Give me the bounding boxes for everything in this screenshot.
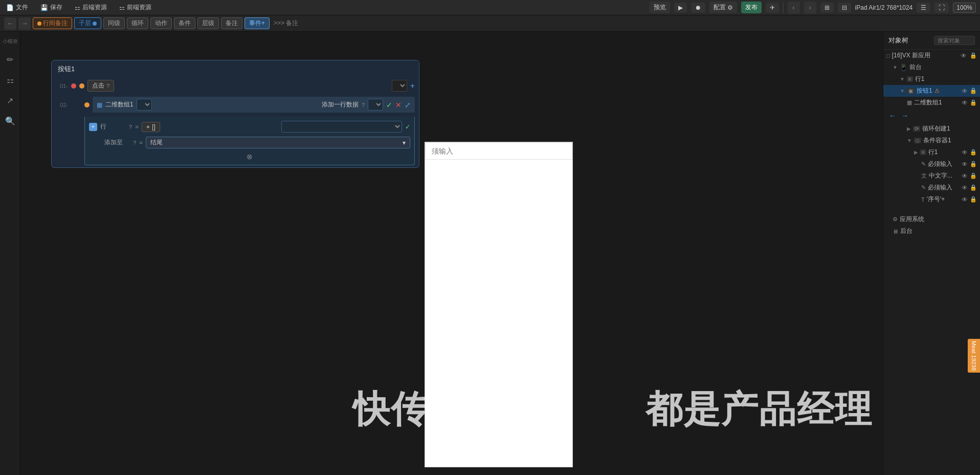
arrow-button1: ▼	[900, 88, 905, 94]
more-tags[interactable]: >>> 备注	[272, 18, 300, 29]
action-tag[interactable]: 动作	[150, 17, 172, 29]
edit-icon[interactable]: ✏	[2, 51, 18, 68]
menu-save[interactable]: 💾 保存	[38, 2, 64, 13]
back-button[interactable]: ←	[4, 17, 16, 30]
cursor-icon: ⌖	[146, 123, 150, 131]
forward-button[interactable]: →	[18, 17, 31, 30]
tree-item-input1[interactable]: ✎ 必须输入 👁 🔒	[883, 158, 980, 170]
icon-text2: T	[921, 197, 925, 203]
help-icon-01: ?	[106, 83, 109, 89]
menu-file[interactable]: 📄 文件	[4, 2, 30, 13]
equals-row: =	[135, 123, 139, 131]
tree-item-text2[interactable]: T '序号'+ 👁 🔒	[883, 193, 980, 205]
left-arrow-btn[interactable]: ←	[887, 111, 898, 121]
green-check: ✓	[386, 101, 392, 109]
layers-icon[interactable]: ⚏	[2, 72, 18, 88]
config-button[interactable]: 配置 ⚙	[709, 2, 737, 13]
arrow-row1-inner: ▶	[914, 149, 918, 155]
expand-icon[interactable]: ⤢	[405, 101, 411, 109]
publish-button[interactable]: 发布	[741, 2, 762, 13]
tree-item-button1[interactable]: ▼ ▣ 按钮1 ⚠ 👁 🔒	[883, 85, 980, 97]
click-button[interactable]: 点击 ?	[87, 80, 114, 92]
eye-icon-app[interactable]: 👁	[961, 52, 967, 59]
tree-item-app-system[interactable]: ⚙ 应用系统	[883, 213, 980, 225]
eye-icon-input1[interactable]: 👁	[962, 161, 968, 168]
addto-action: 添加至 ? = 结尾 ▾	[85, 135, 414, 150]
eye-icon-input2[interactable]: 👁	[962, 184, 968, 191]
preview-area	[425, 142, 573, 467]
tree-item-backend[interactable]: 🖥 后台	[883, 225, 980, 237]
tree-item-input2[interactable]: ✎ 必须输入 👁 🔒	[883, 182, 980, 193]
eye-icon-row1-inner[interactable]: 👁	[962, 149, 968, 156]
device-selector: iPad Air1/2 768*1024	[855, 4, 913, 11]
badge-row1-inner: ≡	[920, 149, 926, 155]
child-layer-tag[interactable]: 子层	[74, 17, 101, 29]
record-button[interactable]: ⏺	[691, 3, 705, 13]
device-settings-button[interactable]: ☰	[917, 3, 930, 13]
action-dropdown[interactable]	[368, 99, 383, 111]
right-arrow-btn[interactable]: →	[900, 111, 910, 121]
lock-icon-button1: 🔒	[970, 88, 977, 94]
row-action: + 行 ? = ⌖ [] ✓	[85, 119, 414, 135]
eye-icon-text2[interactable]: 👁	[962, 196, 968, 203]
nav-prev-button[interactable]: ‹	[788, 2, 800, 14]
row-value-tag[interactable]: ⌖ []	[142, 122, 160, 132]
send-button[interactable]: ✈	[766, 3, 779, 13]
dropdown-01[interactable]	[392, 80, 407, 92]
lock-icon-input2: 🔒	[970, 184, 977, 191]
menu-backend[interactable]: ⚏ 后端资源	[73, 2, 109, 13]
preview-button[interactable]: 预览	[650, 2, 670, 13]
tree-item-array1[interactable]: ▦ 二维数组1 👁 🔒	[883, 97, 980, 109]
eye-icon-button1[interactable]: 👁	[962, 88, 968, 95]
layout-btn-1[interactable]: ⊞	[820, 3, 834, 13]
corner-badge: Meat 19238	[968, 339, 980, 373]
condition-tag[interactable]: 条件	[174, 17, 195, 29]
menu-frontend[interactable]: ⚏ 前端资源	[117, 2, 153, 13]
eye-icon-text1[interactable]: 👁	[962, 172, 968, 180]
preview-input[interactable]	[425, 142, 572, 160]
canvas-area[interactable]: 按钮1 01- 点击 ? + 02-	[20, 32, 883, 475]
panel-search-input[interactable]	[934, 36, 975, 45]
collapse-row[interactable]: ⊗	[85, 150, 414, 163]
red-x: ✕	[395, 101, 402, 109]
orange-circle-icon	[79, 83, 84, 89]
help-icon-addto: ?	[133, 140, 136, 146]
help-icon-02: ?	[362, 102, 365, 108]
loop-tag[interactable]: 循环	[127, 17, 148, 29]
lock-icon-row1-inner: 🔒	[970, 149, 977, 156]
tree-item-loop1[interactable]: ▶ ⟳ 循环创建1	[883, 123, 980, 135]
tree-item-row1-inner[interactable]: ▶ ≡ 行1 👁 🔒	[883, 146, 980, 158]
tree-item-frontend[interactable]: ▼ 📱 前台	[883, 61, 980, 73]
layout-btn-2[interactable]: ⊟	[838, 3, 851, 13]
warning-icon-button1: ⚠	[934, 88, 940, 94]
category-tag[interactable]: 层级	[197, 17, 219, 29]
tree-item-text1[interactable]: 文 中文字... 👁 🔒	[883, 170, 980, 182]
row-dropdown[interactable]	[281, 121, 402, 133]
same-level-tag[interactable]: 同级	[103, 17, 125, 29]
backend-icon: ⚏	[75, 4, 80, 11]
addto-dropdown[interactable]: 结尾 ▾	[146, 137, 410, 148]
lock-icon-input1: 🔒	[970, 161, 977, 167]
add-icon-01[interactable]: +	[410, 81, 415, 91]
row-check: ✓	[405, 123, 410, 131]
tree-item-condition1[interactable]: ▼ ◇ 条件容器1	[883, 135, 980, 146]
note-tag[interactable]: 备注	[221, 17, 242, 29]
lock-icon-text2: 🔒	[970, 196, 977, 203]
row-indicator: +	[89, 123, 97, 131]
eye-icon-array1[interactable]: 👁	[962, 99, 968, 106]
nav-next-button[interactable]: ›	[804, 2, 816, 14]
event-plus-tag[interactable]: 事件+	[244, 17, 270, 29]
row-comment-tag[interactable]: 行间备注	[33, 17, 72, 29]
row-num-02: 02-	[56, 102, 68, 108]
icon-array1: ▦	[907, 99, 912, 106]
icon-input1: ✎	[921, 161, 926, 167]
row-num-01: 01-	[56, 83, 68, 89]
search-icon[interactable]: 🔍	[2, 113, 18, 129]
array-dropdown[interactable]	[137, 99, 152, 111]
arrow-icon[interactable]: ↗	[2, 92, 18, 109]
collapse-icon[interactable]: ⊗	[247, 153, 253, 161]
fullscreen-button[interactable]: ⛶	[934, 3, 949, 13]
play-button[interactable]: ▶	[674, 3, 687, 13]
tree-item-app[interactable]: □ [16]VX 新应用 👁 🔒	[883, 50, 980, 61]
tree-item-row1[interactable]: ▼ ≡ 行1	[883, 73, 980, 85]
